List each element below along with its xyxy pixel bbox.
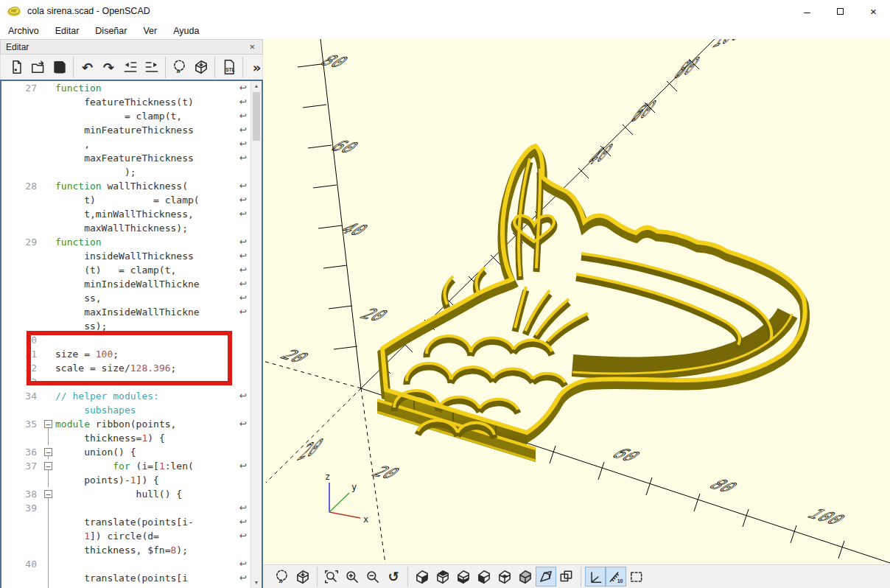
scene-canvas[interactable]: 60 80 100 40 60 80 100 20 40 60 80 20 20… xyxy=(263,39,890,564)
perspective-button[interactable] xyxy=(536,567,556,587)
code-line[interactable]: 36–union() { xyxy=(1,445,262,459)
code-line[interactable]: 28function wallThickness(↩ xyxy=(1,179,262,193)
show-crosshairs-button[interactable] xyxy=(626,567,647,587)
editor-scrollbar[interactable]: ▲ ▼ xyxy=(250,81,262,588)
view-front-button[interactable] xyxy=(494,567,515,587)
orthographic-button[interactable] xyxy=(556,567,577,587)
code-line[interactable]: 40↩ xyxy=(1,557,262,571)
code-line[interactable]: ,↩ xyxy=(1,137,262,151)
editor-panel-close-icon[interactable]: × xyxy=(247,41,257,52)
scrollbar-thumb[interactable] xyxy=(253,92,260,141)
code-line[interactable]: thickness, $fn=8); xyxy=(1,543,262,557)
open-file-button[interactable] xyxy=(27,57,49,78)
code-line[interactable]: ); xyxy=(1,165,262,179)
preview-button[interactable]: » xyxy=(169,57,190,78)
viewport-3d[interactable]: 60 80 100 40 60 80 100 20 40 60 80 20 20… xyxy=(263,39,890,564)
redo-button[interactable]: ↷ xyxy=(98,57,119,78)
line-number xyxy=(1,431,43,445)
code-line[interactable]: thickness=1) { xyxy=(1,431,262,445)
code-line[interactable]: (t) = clamp(t,↩ xyxy=(1,263,262,277)
view-back-button[interactable] xyxy=(515,567,536,587)
show-scale-markers-icon: 10 xyxy=(608,569,624,585)
show-axes-button[interactable] xyxy=(585,567,606,587)
zoom-all-button[interactable] xyxy=(321,567,342,587)
code-line[interactable]: translate(points[i-↩ xyxy=(1,515,262,529)
code-line[interactable]: translate(points[i↩ xyxy=(1,571,262,585)
code-line[interactable]: 35–module ribbon(points,↩ xyxy=(1,417,262,431)
menu-item-ayuda[interactable]: Ayuda xyxy=(165,24,207,38)
code-line[interactable]: minInsideWallThickne↩ xyxy=(1,277,262,291)
undo-button[interactable]: ↶ xyxy=(77,57,98,78)
line-number xyxy=(1,263,43,277)
code-line[interactable]: ss,↩ xyxy=(1,291,262,305)
render-icon xyxy=(295,569,311,585)
code-line[interactable]: 34// helper modules:↩ xyxy=(1,389,262,403)
fold-margin[interactable]: – xyxy=(43,445,55,459)
code-line[interactable]: 1]) circle(d=↩ xyxy=(1,529,262,543)
fold-margin[interactable]: – xyxy=(43,459,55,473)
toolbar-group: ↺ xyxy=(317,567,407,587)
new-file-button[interactable] xyxy=(6,57,27,78)
show-scale-markers-button[interactable]: 10 xyxy=(606,567,626,587)
scroll-up-icon[interactable]: ▲ xyxy=(251,81,262,91)
x-axis-label: 80 xyxy=(704,477,743,495)
view-right-button[interactable] xyxy=(412,567,432,587)
line-wrap-icon: ↩ xyxy=(239,291,247,305)
fold-collapse-icon[interactable]: – xyxy=(44,462,52,470)
maximize-button[interactable] xyxy=(824,0,857,22)
fold-margin[interactable]: – xyxy=(43,487,55,501)
fold-margin xyxy=(43,123,55,137)
code-line[interactable]: minFeatureThickness↩ xyxy=(1,123,262,137)
line-wrap-icon: ↩ xyxy=(239,515,247,529)
code-line[interactable]: 37–for (i=[1:len(↩ xyxy=(1,459,262,473)
indent-button[interactable] xyxy=(141,57,162,78)
fold-collapse-icon[interactable]: – xyxy=(44,490,52,498)
fold-margin xyxy=(43,249,55,263)
fold-margin xyxy=(43,403,55,417)
view-top-button[interactable] xyxy=(432,567,453,587)
code-line[interactable]: = clamp(t,↩ xyxy=(1,109,262,123)
toolbar-group: STL xyxy=(214,57,242,78)
scroll-down-icon[interactable]: ▼ xyxy=(251,578,262,588)
fold-collapse-icon[interactable]: – xyxy=(44,420,52,428)
menu-item-ver[interactable]: Ver xyxy=(135,24,165,38)
code-line[interactable]: featureThickness(t)↩ xyxy=(1,95,262,109)
code-line[interactable]: 39↩ xyxy=(1,501,262,515)
close-button[interactable]: × xyxy=(857,0,890,22)
unindent-button[interactable] xyxy=(119,57,141,78)
menu-item-diseñar[interactable]: Diseñar xyxy=(87,24,135,38)
minimize-button[interactable]: – xyxy=(791,0,824,22)
export-stl-button[interactable]: STL xyxy=(218,57,239,78)
code-line[interactable]: t) = clamp(↩ xyxy=(1,193,262,207)
code-line[interactable]: subshapes xyxy=(1,403,262,417)
view-left-button[interactable] xyxy=(474,567,494,587)
render-button[interactable] xyxy=(190,57,211,78)
code-line[interactable]: 38–hull() { xyxy=(1,487,262,501)
fold-collapse-icon[interactable]: – xyxy=(44,448,52,456)
code-line[interactable]: points)-1]) { xyxy=(1,473,262,487)
preview-button[interactable]: » xyxy=(272,567,292,587)
line-wrap-icon: ↩ xyxy=(239,263,247,277)
reset-view-icon: ↺ xyxy=(388,569,399,584)
menu-item-editar[interactable]: Editar xyxy=(47,24,88,38)
code-line[interactable]: 29function↩ xyxy=(1,235,262,249)
save-file-button[interactable] xyxy=(49,57,70,78)
code-line[interactable]: ]) circle(d= xyxy=(1,585,262,588)
view-bottom-button[interactable] xyxy=(453,567,474,587)
code-line[interactable]: maxFeatureThickness↩ xyxy=(1,151,262,165)
menu-item-archivo[interactable]: Archivo xyxy=(0,24,47,38)
line-number xyxy=(1,291,43,305)
zoom-out-button[interactable] xyxy=(362,567,383,587)
editor-panel-titlebar[interactable]: Editar × xyxy=(0,39,263,55)
code-line[interactable]: maxInsideWallThickne↩ xyxy=(1,305,262,319)
zoom-in-button[interactable] xyxy=(342,567,362,587)
code-line[interactable]: 27function↩ xyxy=(1,81,262,95)
code-line[interactable]: t,minWallThickness,↩ xyxy=(1,207,262,221)
code-line[interactable]: maxWallThickness); xyxy=(1,221,262,235)
z-axis-label: 20 xyxy=(355,306,394,324)
fold-margin[interactable]: – xyxy=(43,417,55,431)
line-number xyxy=(1,277,43,291)
reset-view-button[interactable]: ↺ xyxy=(383,567,404,587)
code-line[interactable]: insideWallThickness↩ xyxy=(1,249,262,263)
render-button[interactable] xyxy=(292,567,313,587)
